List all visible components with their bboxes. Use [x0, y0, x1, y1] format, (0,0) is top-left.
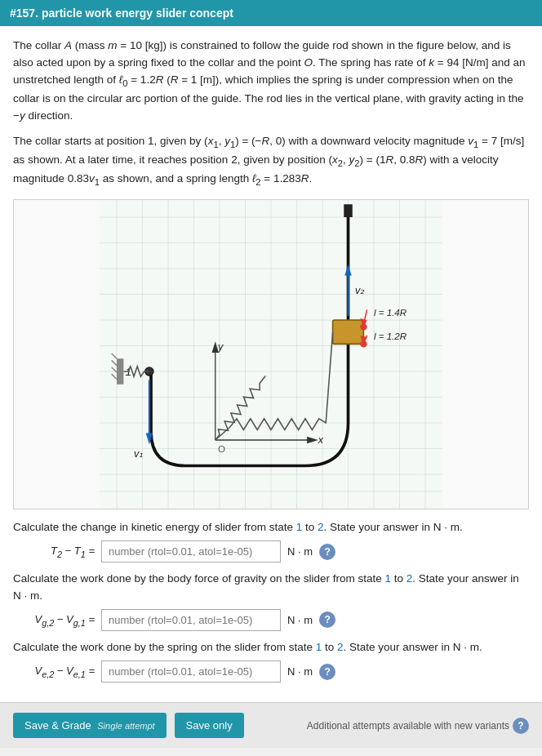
help-icon-3[interactable]: ?: [319, 664, 335, 680]
help-icon-1[interactable]: ?: [319, 544, 335, 560]
save-only-label: Save only: [186, 719, 233, 732]
question-text-1: Calculate the change in kinetic energy o…: [13, 519, 529, 536]
input-label-2: Vg,2 − Vg,1 =: [13, 613, 95, 628]
paragraph-1: The collar A (mass m = 10 [kg]) is const…: [13, 38, 529, 125]
save-only-button[interactable]: Save only: [175, 713, 244, 738]
input-row-2: Vg,2 − Vg,1 = N · m ?: [13, 609, 529, 631]
answer-input-1[interactable]: [101, 540, 281, 563]
problem-description: The collar A (mass m = 10 [kg]) is const…: [13, 38, 529, 189]
svg-text:l = 1.4R: l = 1.4R: [374, 308, 406, 318]
page-wrapper: #157. particle work energy slider concep…: [0, 0, 542, 748]
figure-svg: 1 v₁ y: [14, 200, 528, 509]
svg-text:v₁: v₁: [134, 448, 143, 460]
svg-text:l = 1.2R: l = 1.2R: [374, 331, 406, 341]
svg-rect-55: [344, 204, 353, 217]
unit-label-1: N · m: [287, 545, 313, 558]
help-icon-2[interactable]: ?: [319, 611, 335, 628]
question-block-3: Calculate the work done by the spring on…: [13, 639, 529, 683]
unit-label-2: N · m: [287, 614, 313, 626]
svg-text:O: O: [218, 444, 225, 454]
input-label-1: T2 − T1 =: [13, 545, 95, 559]
save-grade-button[interactable]: Save & Grade Single attempt: [13, 713, 167, 738]
header-title: #157. particle work energy slider concep…: [10, 7, 233, 20]
input-label-3: Ve,2 − Ve,1 =: [13, 665, 95, 679]
additional-text: Additional attempts available with new v…: [307, 720, 509, 732]
figure-container: 1 v₁ y: [13, 199, 529, 509]
content-area: The collar A (mass m = 10 [kg]) is const…: [0, 26, 542, 702]
problem-header: #157. particle work energy slider concep…: [0, 0, 542, 26]
question-text-3: Calculate the work done by the spring on…: [13, 639, 529, 656]
paragraph-2: The collar starts at position 1, given b…: [13, 133, 529, 189]
footer-help-icon[interactable]: ?: [513, 718, 529, 734]
question-block-2: Calculate the work done by the body forc…: [13, 571, 529, 631]
input-row-3: Ve,2 − Ve,1 = N · m ?: [13, 660, 529, 683]
svg-point-53: [360, 323, 367, 330]
svg-text:v₂: v₂: [355, 286, 365, 297]
answer-input-2[interactable]: [101, 609, 281, 631]
save-grade-label: Save & Grade: [24, 719, 91, 732]
svg-text:y: y: [217, 341, 224, 353]
svg-text:x: x: [318, 434, 324, 446]
input-row-1: T2 − T1 = N · m ?: [13, 540, 529, 563]
answer-input-3[interactable]: [101, 660, 281, 683]
footer-left: Save & Grade Single attempt Save only: [13, 713, 244, 738]
question-text-2: Calculate the work done by the body forc…: [13, 571, 529, 604]
svg-rect-31: [117, 358, 123, 385]
unit-label-3: N · m: [287, 665, 313, 678]
svg-rect-43: [333, 320, 364, 344]
svg-point-54: [360, 340, 367, 347]
footer-right: Additional attempts available with new v…: [307, 718, 529, 734]
footer-bar: Save & Grade Single attempt Save only Ad…: [0, 702, 542, 748]
question-block-1: Calculate the change in kinetic energy o…: [13, 519, 529, 563]
attempt-label: Single attempt: [97, 721, 154, 731]
